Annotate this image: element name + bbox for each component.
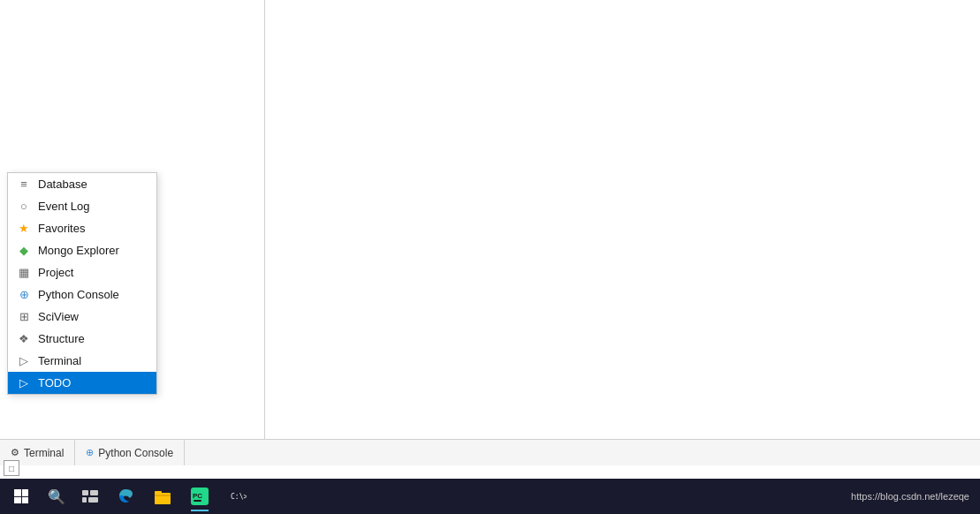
edge-icon [116, 487, 135, 506]
svg-rect-2 [82, 497, 87, 503]
favorites-icon: ★ [17, 222, 31, 235]
menu-item-todo[interactable]: ▷TODO [8, 372, 156, 394]
python-console-label: Python Console [38, 288, 119, 301]
search-icon: 🔍 [48, 488, 65, 505]
menu-item-favorites[interactable]: ★Favorites [8, 217, 156, 239]
terminal-icon: ▷ [17, 354, 31, 367]
bottom-bar: ⚙ Terminal ⊕ Python Console [0, 439, 980, 465]
terminal-tab-icon: ⚙ [11, 447, 19, 458]
editor-area [265, 0, 980, 465]
pycharm-icon: PC [190, 487, 209, 506]
taskbar-tray: https://blog.csdn.net/lezeqe [851, 491, 976, 502]
svg-text:C:\>: C:\> [231, 493, 247, 501]
cmd-icon: C:\> [227, 487, 247, 506]
project-icon: ▦ [17, 266, 31, 279]
menu-item-terminal[interactable]: ▷Terminal [8, 350, 156, 372]
taskbar-explorer[interactable] [145, 480, 180, 512]
svg-text:PC: PC [193, 492, 202, 500]
todo-label: TODO [38, 376, 71, 389]
mongo-explorer-label: Mongo Explorer [38, 244, 119, 257]
taskbar-edge[interactable] [108, 480, 143, 512]
taskbar-cmd[interactable]: C:\> [219, 480, 254, 512]
menu-item-python-console[interactable]: ⊕Python Console [8, 283, 156, 306]
svg-rect-1 [90, 490, 98, 495]
task-view-icon [82, 490, 98, 503]
start-button[interactable] [4, 480, 39, 512]
todo-icon: ▷ [17, 376, 31, 389]
svg-rect-3 [88, 497, 98, 503]
taskbar: 🔍 PC C:\ [0, 479, 980, 514]
project-label: Project [38, 266, 73, 279]
context-menu: ≡Database○Event Log★Favorites◆Mongo Expl… [7, 172, 157, 395]
task-view-button[interactable] [74, 480, 106, 512]
menu-item-sciview[interactable]: ⊞SciView [8, 306, 156, 328]
python-console-tab-icon: ⊕ [86, 447, 94, 458]
sciview-icon: ⊞ [17, 310, 31, 323]
menu-item-structure[interactable]: ❖Structure [8, 328, 156, 350]
mongo-explorer-icon: ◆ [17, 244, 31, 257]
event-log-label: Event Log [38, 200, 90, 213]
svg-rect-7 [194, 500, 201, 502]
windows-icon [14, 489, 28, 503]
tab-python-console[interactable]: ⊕ Python Console [75, 440, 185, 465]
svg-rect-5 [155, 491, 162, 495]
taskbar-search-button[interactable]: 🔍 [41, 480, 72, 512]
structure-icon: ❖ [17, 332, 31, 345]
menu-item-event-log[interactable]: ○Event Log [8, 195, 156, 217]
sciview-label: SciView [38, 310, 79, 323]
menu-item-project[interactable]: ▦Project [8, 261, 156, 283]
taskbar-pycharm[interactable]: PC [182, 480, 217, 512]
python-console-icon: ⊕ [17, 288, 31, 301]
tab-python-console-label: Python Console [98, 447, 173, 459]
tab-terminal-label: Terminal [24, 447, 64, 459]
expand-icon: □ [9, 464, 14, 473]
svg-rect-0 [82, 490, 88, 495]
database-icon: ≡ [17, 178, 31, 191]
explorer-icon [153, 487, 172, 506]
terminal-label: Terminal [38, 354, 81, 367]
database-label: Database [38, 178, 87, 191]
system-tray-url: https://blog.csdn.net/lezeqe [851, 491, 969, 502]
menu-item-mongo-explorer[interactable]: ◆Mongo Explorer [8, 239, 156, 261]
structure-label: Structure [38, 332, 85, 345]
expand-button[interactable]: □ [4, 460, 19, 476]
favorites-label: Favorites [38, 222, 85, 235]
event-log-icon: ○ [17, 200, 31, 213]
menu-item-database[interactable]: ≡Database [8, 173, 156, 195]
